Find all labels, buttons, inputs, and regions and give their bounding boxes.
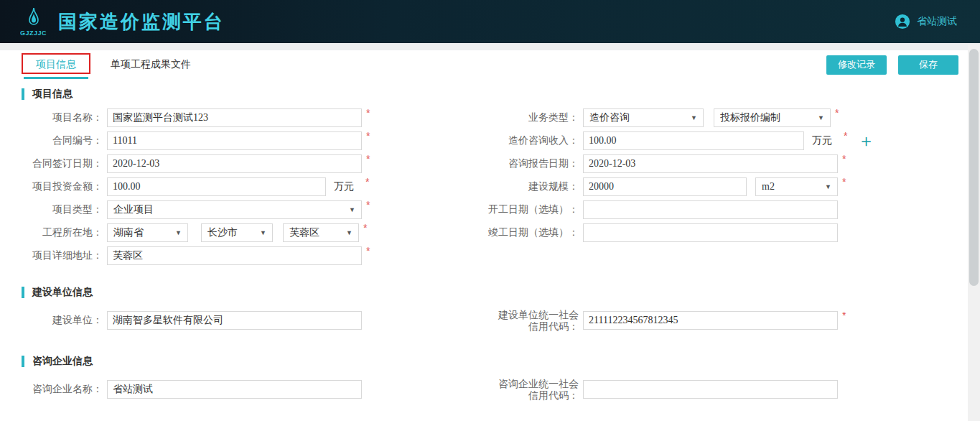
section-project-info: 项目信息	[22, 88, 980, 101]
chevron-down-icon: ▼	[260, 229, 266, 236]
field-consulting-credit-code: 咨询企业统一社会 信用代码：	[477, 374, 838, 405]
construction-credit-code-input[interactable]	[583, 311, 838, 330]
field-start-date: 开工日期（选填）：	[477, 198, 874, 221]
report-date-label: 咨询报告日期：	[477, 157, 579, 170]
section-construction-unit-title: 建设单位信息	[32, 286, 93, 299]
section-consulting-enterprise: 咨询企业信息	[22, 355, 980, 368]
required-asterisk: *	[842, 176, 846, 188]
tab-single-project-files[interactable]: 单项工程成果文件	[101, 50, 201, 79]
field-scale: 建设规模： m2 ▼ *	[477, 175, 874, 198]
consulting-income-input[interactable]	[583, 131, 804, 150]
project-form: 项目名称： * 合同编号： * 合同签订日期： * 项目投资金额： 万元 * 项…	[14, 106, 980, 267]
required-asterisk: *	[842, 310, 846, 321]
district-value: 芙蓉区	[289, 226, 319, 239]
consulting-income-unit: 万元	[812, 134, 832, 147]
page-gap	[0, 43, 980, 50]
user-avatar-icon	[895, 14, 910, 29]
field-location: 工程所在地： 湖南省 ▼ 长沙市 ▼ 芙蓉区 ▼ *	[14, 221, 458, 244]
required-asterisk: *	[365, 176, 369, 188]
chevron-down-icon: ▼	[825, 183, 831, 190]
consulting-income-label: 造价咨询收入：	[477, 134, 579, 147]
chevron-down-icon: ▼	[175, 229, 182, 236]
required-asterisk: *	[366, 107, 370, 119]
city-value: 长沙市	[207, 226, 238, 239]
required-asterisk: *	[366, 153, 370, 165]
chevron-down-icon: ▼	[818, 114, 824, 121]
field-end-date: 竣工日期（选填）：	[477, 221, 874, 244]
app-header: GJZJJC 国家造价监测平台 省站测试	[0, 0, 980, 43]
scale-unit-value: m2	[762, 181, 775, 193]
address-input[interactable]	[107, 246, 362, 265]
app-title: 国家造价监测平台	[58, 9, 225, 34]
field-project-type: 项目类型： 企业项目 ▼ *	[14, 198, 458, 221]
project-type-select[interactable]: 企业项目 ▼	[107, 200, 362, 219]
business-subtype-value: 投标报价编制	[720, 111, 780, 124]
user-name: 省站测试	[917, 15, 957, 28]
construction-unit-input[interactable]	[107, 311, 362, 330]
scrollbar-thumb[interactable]	[969, 49, 979, 286]
business-subtype-select[interactable]: 投标报价编制 ▼	[714, 108, 831, 127]
required-asterisk: *	[366, 245, 370, 256]
field-address: 项目详细地址： *	[14, 244, 458, 267]
start-date-input[interactable]	[583, 200, 838, 219]
field-contract-date: 合同签订日期： *	[14, 152, 458, 175]
section-bar	[22, 88, 24, 100]
report-date-input[interactable]	[583, 154, 838, 173]
field-project-name: 项目名称： *	[14, 106, 458, 129]
project-type-value: 企业项目	[113, 203, 154, 216]
field-report-date: 咨询报告日期： *	[477, 152, 874, 175]
field-investment: 项目投资金额： 万元 *	[14, 175, 458, 198]
scale-input[interactable]	[583, 177, 747, 196]
modify-record-button[interactable]: 修改记录	[826, 55, 887, 75]
add-income-button[interactable]: ＋	[857, 132, 874, 149]
consulting-form: 咨询企业名称： 咨询企业统一社会 信用代码：	[14, 374, 980, 405]
active-tab-underline	[24, 77, 88, 79]
business-type-value: 造价咨询	[589, 111, 630, 124]
consulting-credit-code-input[interactable]	[583, 380, 838, 399]
business-type-label: 业务类型：	[477, 111, 579, 124]
section-construction-unit: 建设单位信息	[22, 286, 980, 299]
contract-no-label: 合同编号：	[14, 134, 103, 147]
consulting-credit-code-label: 咨询企业统一社会 信用代码：	[477, 378, 579, 401]
scale-unit-select[interactable]: m2 ▼	[755, 177, 838, 196]
chevron-down-icon: ▼	[346, 229, 353, 236]
project-name-input[interactable]	[107, 108, 362, 127]
tab-project-info-label: 项目信息	[36, 58, 76, 71]
field-contract-no: 合同编号： *	[14, 129, 458, 152]
scrollbar-track[interactable]	[968, 45, 980, 421]
section-consulting-enterprise-title: 咨询企业信息	[32, 355, 93, 368]
field-construction-credit-code: 建设单位统一社会 信用代码： *	[477, 305, 846, 336]
scale-label: 建设规模：	[477, 180, 579, 193]
investment-input[interactable]	[107, 177, 326, 196]
investment-label: 项目投资金额：	[14, 180, 103, 193]
required-asterisk: *	[844, 130, 847, 142]
district-select[interactable]: 芙蓉区 ▼	[283, 223, 359, 242]
required-asterisk: *	[842, 153, 846, 165]
toolbar: 修改记录 保存	[826, 50, 958, 79]
tab-bar: 项目信息 单项工程成果文件 修改记录 保存	[0, 50, 980, 79]
section-project-info-title: 项目信息	[32, 88, 73, 101]
field-construction-unit: 建设单位：	[14, 305, 458, 336]
required-asterisk: *	[366, 130, 370, 142]
tab-project-info[interactable]: 项目信息	[26, 50, 86, 79]
city-select[interactable]: 长沙市 ▼	[201, 223, 273, 242]
save-button[interactable]: 保存	[898, 55, 958, 75]
end-date-input[interactable]	[583, 223, 838, 242]
required-asterisk: *	[835, 107, 839, 119]
business-type-select[interactable]: 造价咨询 ▼	[583, 108, 704, 127]
contract-no-input[interactable]	[107, 131, 362, 150]
field-business-type: 业务类型： 造价咨询 ▼ 投标报价编制 ▼ *	[477, 106, 874, 129]
consulting-enterprise-name-input[interactable]	[107, 380, 362, 399]
user-menu[interactable]: 省站测试	[895, 14, 957, 29]
end-date-label: 竣工日期（选填）：	[477, 226, 579, 239]
flame-logo-icon	[25, 7, 42, 29]
logo-text: GJZJJC	[20, 29, 47, 37]
construction-form: 建设单位： 建设单位统一社会 信用代码： *	[14, 305, 980, 336]
province-value: 湖南省	[113, 226, 144, 239]
investment-unit: 万元	[334, 180, 354, 193]
project-name-label: 项目名称：	[14, 111, 103, 124]
field-consulting-enterprise-name: 咨询企业名称：	[14, 374, 458, 405]
contract-date-input[interactable]	[107, 154, 362, 173]
section-bar	[22, 287, 24, 298]
province-select[interactable]: 湖南省 ▼	[107, 223, 188, 242]
